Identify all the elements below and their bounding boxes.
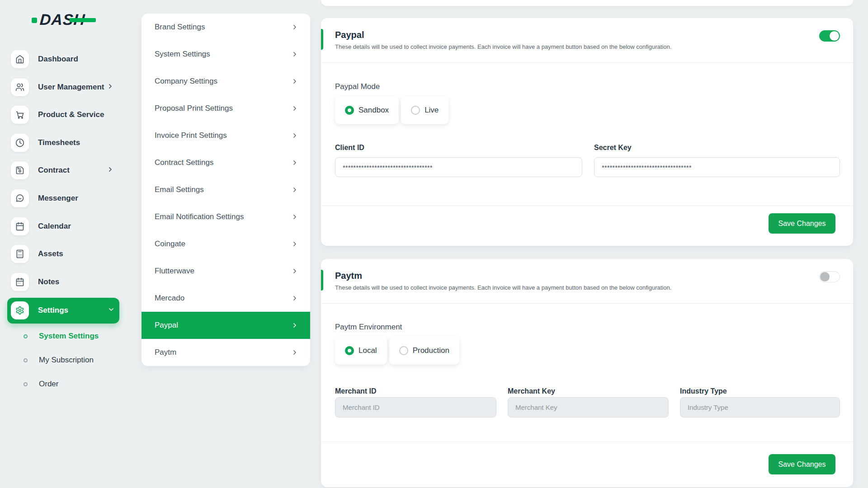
industry-type-label: Industry Type — [680, 387, 727, 395]
bullet-icon — [24, 382, 28, 386]
chevron-right-icon — [291, 295, 298, 302]
merchant-key-input[interactable] — [508, 397, 669, 418]
paytm-environment-label: Paytm Environment — [335, 323, 402, 332]
brand-logo[interactable]: DASH — [32, 10, 104, 30]
logo-dash-bar-icon — [70, 18, 96, 22]
sidebar-item-contract[interactable]: Contract — [0, 158, 122, 183]
client-id-input[interactable] — [335, 157, 582, 177]
menu-item-label: Coingate — [155, 239, 185, 249]
sidebar-item-label: Timesheets — [38, 130, 80, 155]
menu-item-coingate[interactable]: Coingate — [142, 230, 310, 258]
divider — [321, 441, 853, 442]
paytm-section: Paytm These details will be used to coll… — [321, 259, 853, 487]
sidebar-subitem-label: Order — [39, 380, 58, 389]
merchant-key-label: Merchant Key — [508, 387, 555, 395]
menu-item-proposal-print-settings[interactable]: Proposal Print Settings — [142, 95, 310, 122]
section-accent-bar — [321, 29, 323, 50]
menu-item-mercado[interactable]: Mercado — [142, 285, 310, 312]
sidebar-subitem-my-subscription[interactable]: My Subscription — [0, 353, 122, 367]
menu-item-paypal[interactable]: Paypal — [142, 312, 310, 339]
settings-menu: Brand Settings System Settings Company S… — [142, 14, 310, 366]
logo-dot-icon — [32, 18, 37, 23]
sidebar: DASH Dashboard User Management Product &… — [0, 0, 131, 488]
sidebar-subitem-order[interactable]: Order — [0, 377, 122, 391]
chevron-right-icon — [291, 105, 298, 112]
chevron-down-icon — [108, 306, 117, 315]
menu-item-brand-settings[interactable]: Brand Settings — [142, 14, 310, 41]
chevron-right-icon — [107, 83, 116, 92]
sidebar-item-notes[interactable]: Notes — [0, 269, 122, 295]
menu-item-paytm[interactable]: Paytm — [142, 339, 310, 366]
paypal-save-button[interactable]: Save Changes — [769, 213, 835, 234]
radio-option-live[interactable]: Live — [401, 96, 448, 124]
chevron-right-icon — [291, 322, 298, 329]
divider — [321, 206, 853, 206]
sidebar-item-assets[interactable]: Assets — [0, 241, 122, 267]
menu-item-system-settings[interactable]: System Settings — [142, 41, 310, 68]
contract-save-icon — [11, 161, 29, 179]
menu-item-invoice-print-settings[interactable]: Invoice Print Settings — [142, 122, 310, 149]
sidebar-item-label: Dashboard — [38, 47, 78, 72]
paypal-section: Paypal These details will be used to col… — [321, 18, 853, 246]
menu-item-email-notification-settings[interactable]: Email Notification Settings — [142, 203, 310, 230]
paytm-section-description: These details will be used to collect in… — [335, 284, 671, 291]
sidebar-item-label: Messenger — [38, 186, 78, 211]
paypal-enabled-toggle[interactable] — [819, 30, 840, 42]
chevron-right-icon — [291, 267, 298, 275]
chevron-right-icon — [291, 23, 298, 31]
menu-item-contract-settings[interactable]: Contract Settings — [142, 149, 310, 176]
menu-item-label: Proposal Print Settings — [155, 104, 233, 113]
chevron-right-icon — [107, 166, 116, 175]
radio-option-sandbox[interactable]: Sandbox — [335, 96, 399, 124]
paytm-save-button[interactable]: Save Changes — [769, 454, 835, 474]
menu-item-label: Paytm — [155, 348, 176, 357]
radio-option-label: Local — [359, 346, 377, 355]
chevron-right-icon — [291, 349, 298, 356]
sidebar-subitem-label: My Subscription — [39, 356, 94, 365]
sidebar-item-user-management[interactable]: User Management — [0, 75, 122, 100]
sidebar-item-timesheets[interactable]: Timesheets — [0, 130, 122, 155]
sidebar-subitem-system-settings[interactable]: System Settings — [0, 329, 122, 343]
radio-option-local[interactable]: Local — [335, 337, 387, 365]
paytm-enabled-toggle[interactable] — [819, 271, 840, 282]
paypal-section-title: Paypal — [335, 30, 364, 40]
divider — [321, 303, 853, 304]
notes-icon — [11, 273, 29, 291]
sidebar-item-label: Contract — [38, 158, 70, 183]
clock-icon — [11, 134, 29, 152]
menu-item-label: System Settings — [155, 50, 210, 59]
sidebar-item-label: Assets — [38, 241, 63, 267]
sidebar-item-messenger[interactable]: Messenger — [0, 186, 122, 211]
industry-type-input[interactable] — [680, 397, 840, 418]
sidebar-item-label: User Management — [38, 75, 104, 100]
sidebar-subitem-label: System Settings — [39, 332, 99, 341]
sidebar-item-calendar[interactable]: Calendar — [0, 214, 122, 239]
secret-key-input[interactable] — [594, 157, 840, 177]
paypal-mode-options: Sandbox Live — [335, 96, 448, 124]
radio-checked-icon — [345, 106, 354, 115]
chevron-right-icon — [291, 132, 298, 139]
radio-option-production[interactable]: Production — [389, 337, 459, 365]
bullet-icon — [24, 358, 28, 362]
menu-item-flutterwave[interactable]: Flutterwave — [142, 258, 310, 285]
merchant-id-input[interactable] — [335, 397, 496, 418]
paypal-section-description: These details will be used to collect in… — [335, 43, 671, 50]
toggle-knob — [830, 31, 839, 41]
menu-item-email-settings[interactable]: Email Settings — [142, 176, 310, 203]
chat-bubble-icon — [11, 189, 29, 207]
radio-unchecked-icon — [411, 106, 420, 115]
menu-item-company-settings[interactable]: Company Settings — [142, 68, 310, 95]
sidebar-item-label: Settings — [38, 298, 68, 323]
chevron-right-icon — [291, 213, 298, 221]
sidebar-item-product-service[interactable]: Product & Service — [0, 102, 122, 127]
client-id-label: Client ID — [335, 144, 364, 152]
toggle-knob — [820, 272, 830, 282]
home-icon — [11, 50, 29, 68]
chevron-right-icon — [291, 240, 298, 248]
chevron-right-icon — [291, 78, 298, 85]
menu-item-label: Company Settings — [155, 77, 217, 86]
sidebar-item-dashboard[interactable]: Dashboard — [0, 47, 122, 72]
radio-checked-icon — [345, 346, 354, 355]
sidebar-item-settings[interactable]: Settings — [7, 298, 119, 324]
sidebar-item-label: Notes — [38, 269, 59, 295]
